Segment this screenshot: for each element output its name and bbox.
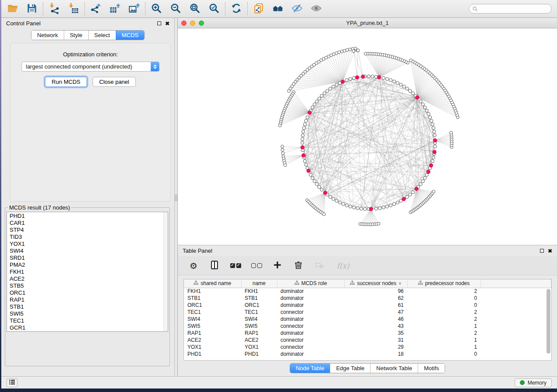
mcds-result-item[interactable]: STP4: [10, 227, 168, 234]
tab-network-table[interactable]: Network Table: [370, 364, 418, 373]
export-image-button[interactable]: [128, 3, 140, 15]
hide-selected-button[interactable]: [291, 3, 303, 15]
deselect-all-columns-button[interactable]: [251, 261, 262, 271]
export-table-button[interactable]: [109, 3, 121, 15]
tab-network[interactable]: Network: [31, 31, 64, 40]
column-header-shared-name[interactable]: shared name: [184, 279, 241, 288]
mcds-result-item[interactable]: PMA2: [10, 261, 168, 268]
export-table-icon: [109, 3, 121, 15]
zoom-selected-icon: [208, 3, 220, 15]
save-floppy-icon: [26, 3, 38, 15]
show-all-button[interactable]: [310, 3, 322, 15]
table-row[interactable]: RAP1RAP1dominator352: [184, 330, 551, 337]
table-row[interactable]: PHD1PHD1dominator180: [184, 351, 551, 358]
table-row[interactable]: ACE2ACE2connector311: [184, 337, 551, 344]
table-scrollbar[interactable]: [547, 289, 550, 354]
table-row[interactable]: SWI4SWI4dominator462: [184, 316, 551, 323]
refresh-layout-button[interactable]: [230, 3, 242, 15]
table-row[interactable]: TEC1TEC1connector472: [184, 309, 551, 316]
control-panel-title: Control Panel: [6, 20, 41, 27]
zoom-out-button[interactable]: [170, 3, 182, 15]
table-row[interactable]: YOX1YOX1connector291: [184, 344, 551, 351]
tab-node-table[interactable]: Node Table: [290, 364, 330, 373]
mcds-result-item[interactable]: STB1: [10, 303, 168, 310]
table-row[interactable]: SWI5SWI5connector431: [184, 323, 551, 330]
mcds-result-item[interactable]: TEC1: [10, 317, 168, 324]
copy-pages-icon: [253, 3, 264, 15]
select-all-columns-button[interactable]: [230, 261, 241, 271]
mcds-result-item[interactable]: STB5: [10, 282, 168, 289]
status-bar: Memory: [1, 376, 557, 389]
tab-select[interactable]: Select: [88, 31, 116, 40]
fx-icon: f(x): [336, 261, 349, 270]
cytoscape-window: Control Panel ✖ Network Style Select MCD…: [1, 0, 557, 389]
close-panel-icon[interactable]: ✖: [165, 21, 170, 26]
mcds-result-item[interactable]: CAR1: [10, 220, 168, 227]
import-table-button[interactable]: [67, 3, 80, 15]
mcds-result-item[interactable]: RAP1: [10, 296, 168, 303]
trash-icon: [294, 260, 303, 271]
table-row[interactable]: STB1STB1dominator620: [184, 295, 551, 302]
import-network-button[interactable]: [48, 3, 60, 15]
mcds-result-item[interactable]: YOX1: [10, 241, 168, 248]
mcds-result-item[interactable]: ORC1: [10, 289, 168, 296]
open-session-button[interactable]: [7, 3, 19, 15]
save-session-button[interactable]: [26, 3, 38, 15]
toolbar-separator: [225, 2, 225, 15]
delete-column-button[interactable]: [293, 261, 304, 271]
panel-splitter[interactable]: [174, 18, 178, 376]
float-window-icon[interactable]: [157, 21, 161, 25]
optimization-criterion-label: Optimization criterion:: [63, 51, 118, 58]
search-input[interactable]: [480, 6, 548, 12]
mcds-result-item[interactable]: PHD1: [10, 213, 168, 220]
mcds-result-item[interactable]: ACE2: [10, 275, 168, 282]
table-toolbar: ⚙ f(x): [178, 256, 557, 275]
table-row[interactable]: ORC1ORC1dominator610: [184, 302, 551, 309]
add-column-button[interactable]: [272, 261, 283, 271]
mcds-result-item[interactable]: TID3: [10, 234, 168, 241]
column-header-name[interactable]: name: [241, 279, 277, 288]
tab-motifs[interactable]: Motifs: [418, 364, 445, 373]
tab-mcds[interactable]: MCDS: [116, 31, 144, 40]
network-window-titlebar[interactable]: YPA_prune.txt_1: [178, 18, 557, 28]
mcds-result-item[interactable]: GCR1: [10, 324, 168, 331]
import-network-icon: [48, 3, 60, 15]
list-icon: [9, 379, 15, 386]
mcds-result-item[interactable]: SWI5: [10, 310, 168, 317]
eye-icon: [311, 3, 322, 15]
dropdown-selected-value: largest connected component (undirected): [22, 63, 151, 70]
column-header-filler: [481, 279, 551, 288]
mcds-result-item[interactable]: SWI4: [10, 248, 168, 254]
optimization-criterion-dropdown[interactable]: largest connected component (undirected): [21, 62, 159, 72]
run-mcds-button[interactable]: Run MCDS: [45, 77, 87, 87]
show-columns-button[interactable]: [209, 261, 220, 271]
zoom-in-icon: [151, 3, 162, 15]
zoom-fit-button[interactable]: [189, 3, 201, 15]
tab-style[interactable]: Style: [64, 31, 88, 40]
zoom-in-button[interactable]: [150, 3, 163, 15]
zoom-selected-button[interactable]: [208, 3, 220, 15]
float-window-icon[interactable]: [540, 249, 544, 253]
close-panel-button[interactable]: Close panel: [93, 77, 136, 87]
task-history-button[interactable]: [7, 378, 17, 387]
new-network-from-selection-button[interactable]: [253, 3, 265, 15]
mcds-result-list[interactable]: PHD1CAR1STP4TID3YOX1SWI4SRD1PMA2FKH1ACE2…: [7, 212, 168, 332]
refresh-icon: [231, 3, 242, 15]
mcds-list-scrollbar[interactable]: [163, 212, 168, 331]
export-network-button[interactable]: [90, 3, 102, 15]
column-header-MCDS-role[interactable]: MCDS role: [277, 279, 344, 288]
column-header-successor-nodes[interactable]: successor nodes∨: [344, 279, 407, 288]
network-canvas[interactable]: [178, 28, 557, 245]
toolbar-separator: [84, 2, 85, 15]
column-header-predecessor-nodes[interactable]: predecessor nodes: [407, 279, 481, 288]
network-graph[interactable]: [178, 28, 557, 245]
close-panel-icon[interactable]: ✖: [548, 248, 552, 254]
table-options-button[interactable]: ⚙: [188, 261, 199, 271]
tab-edge-table[interactable]: Edge Table: [330, 364, 370, 373]
eye-slash-icon: [291, 3, 303, 15]
table-row[interactable]: FKH1FKH1dominator962: [184, 288, 551, 295]
mcds-result-item[interactable]: SRD1: [10, 254, 168, 261]
mcds-result-item[interactable]: FKH1: [10, 268, 168, 275]
memory-button[interactable]: Memory: [515, 378, 552, 387]
first-neighbors-button[interactable]: [272, 3, 284, 15]
